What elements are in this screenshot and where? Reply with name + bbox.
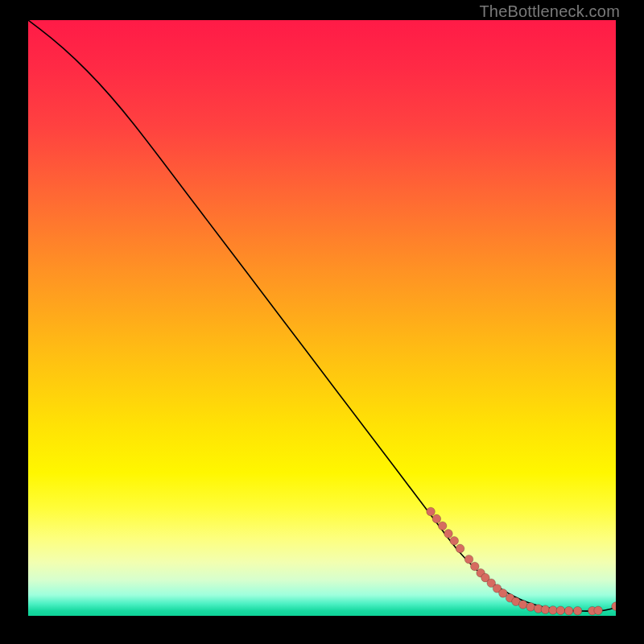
marker-dot [541, 605, 550, 614]
marker-dot [432, 514, 441, 523]
marker-dot [556, 606, 565, 615]
marker-dot [444, 530, 453, 539]
marker-dot [464, 555, 473, 564]
marker-dot [594, 606, 603, 615]
marker-dot [471, 562, 480, 571]
marker-dot [573, 606, 582, 615]
chart-stage: TheBottleneck.com [0, 0, 644, 644]
bottleneck-curve [28, 20, 616, 611]
marker-dot [518, 601, 527, 609]
marker-dot [612, 602, 616, 611]
marker-dot [427, 507, 436, 516]
plot-area [28, 20, 616, 616]
marker-dot [526, 603, 535, 612]
marker-dot [456, 544, 464, 553]
marker-dot [564, 606, 573, 615]
marker-dot [438, 522, 447, 530]
marker-dot [450, 536, 459, 545]
curve-markers [427, 507, 616, 615]
watermark-text: TheBottleneck.com [479, 2, 620, 21]
marker-dot [549, 606, 558, 615]
curve-layer [28, 20, 616, 616]
